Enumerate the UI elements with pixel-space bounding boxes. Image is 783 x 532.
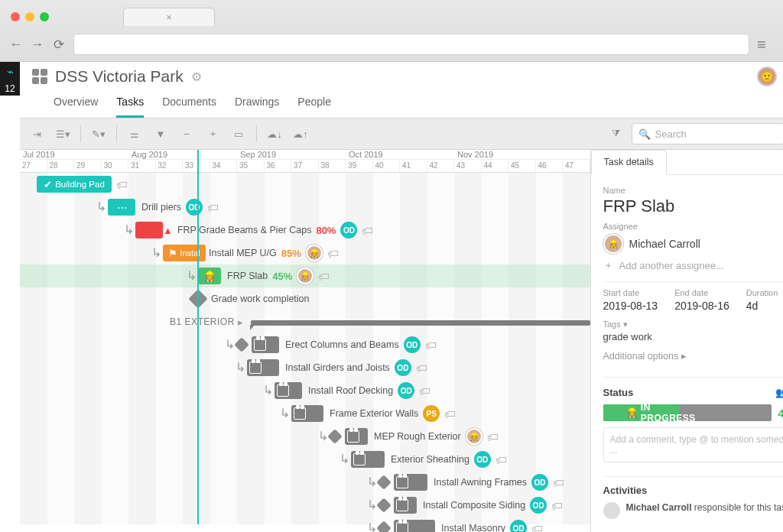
tag-icon: 🏷	[419, 384, 430, 397]
project-title: DSS Victoria Park	[55, 67, 184, 86]
comment-input[interactable]: Add a comment, type @ to mention someone…	[603, 427, 784, 462]
window-minimize[interactable]	[25, 12, 34, 21]
task-row[interactable]: ↳ Install Roof Decking OD 🏷	[20, 379, 590, 402]
gear-icon[interactable]: ⚙	[191, 70, 202, 84]
cloud-up-icon[interactable]: ☁↑	[290, 124, 311, 144]
task-row-selected[interactable]: ↳ 👷 FRP Slab 45% 👷 🏷	[20, 264, 590, 287]
tab-documents[interactable]: Documents	[162, 91, 216, 118]
name-label: Name	[603, 186, 784, 195]
activity-row: Michael Carroll responsible for this tas…	[603, 502, 784, 519]
section-bar	[251, 320, 590, 326]
tab-tasks[interactable]: Tasks	[116, 91, 144, 118]
tool-icon[interactable]: ✎▾	[88, 124, 109, 144]
section-row[interactable]: B1 EXTERIOR▸	[20, 310, 590, 333]
tab-drawings[interactable]: Drawings	[235, 91, 279, 118]
task-row[interactable]: ↳ Frame Exterior Walls PS 🏷	[20, 402, 590, 425]
tab-overview[interactable]: Overview	[54, 91, 98, 118]
assignee-row[interactable]: 👷 Michael Carroll	[603, 234, 784, 254]
search-input[interactable]: 🔍 Search	[632, 123, 784, 144]
activity-sidebar[interactable]: ⌁ 12	[0, 62, 20, 532]
tag-icon: 🏷	[553, 476, 564, 489]
back-icon[interactable]: ←	[9, 37, 23, 52]
progress-bar[interactable]: 👷 IN PROGRESS	[603, 404, 772, 421]
tag-icon: 🏷	[444, 407, 456, 420]
task-row[interactable]: ↳ Erect Columns and Beams OD 🏷	[20, 333, 590, 356]
tag-icon: 🏷	[495, 453, 507, 466]
today-line	[197, 150, 199, 524]
activity-avatar	[603, 502, 620, 519]
end-date[interactable]: End date2019-08-16	[674, 288, 729, 312]
reload-icon[interactable]: ⟳	[52, 37, 66, 53]
timeline-months: Jul 2019Aug 2019Sep 2019Oct 2019Nov 2019	[20, 150, 590, 159]
task-row[interactable]: ↳ Install Awning Frames OD 🏷	[20, 471, 590, 494]
people-icon[interactable]: 👥	[775, 387, 784, 398]
browser-tab[interactable]: ×	[123, 8, 215, 26]
task-row[interactable]: ↳ ▲ FRP Grade Beams & Pier Caps 80% OD 🏷	[20, 219, 590, 242]
start-date[interactable]: Start date2019-08-13	[603, 288, 658, 312]
tag-icon: 🏷	[425, 339, 437, 352]
forward-icon[interactable]: →	[31, 37, 44, 52]
collapse-left-icon[interactable]: ⇥	[26, 124, 47, 144]
nav-tabs: Overview Tasks Documents Drawings People…	[20, 91, 783, 118]
tag-icon: 🏷	[551, 499, 563, 512]
assignee-avatar: 👷	[306, 245, 323, 261]
gantt-chart[interactable]: Jul 2019Aug 2019Sep 2019Oct 2019Nov 2019…	[20, 150, 590, 532]
tag-icon: 🏷	[318, 270, 330, 283]
zoom-out-icon[interactable]: −	[176, 124, 197, 144]
task-row[interactable]: ↳ Exterior Sheathing OD 🏷	[20, 448, 590, 471]
status-label: Status	[603, 387, 634, 398]
close-icon[interactable]: ×	[166, 11, 172, 23]
sliders-icon[interactable]: ⚌	[124, 124, 145, 144]
task-name: FRP Slab	[603, 196, 784, 216]
zoom-in-icon[interactable]: ＋	[202, 124, 223, 144]
tag-icon: 🏷	[207, 201, 219, 214]
url-bar[interactable]	[73, 34, 749, 55]
fit-icon[interactable]: ▭	[228, 124, 249, 144]
tag-icon: 🏷	[362, 224, 373, 237]
task-row[interactable]: ↳ Install Girders and Joists OD 🏷	[20, 356, 590, 379]
detail-tab[interactable]: Task details	[591, 150, 667, 175]
cloud-down-icon[interactable]: ☁↓	[264, 124, 285, 144]
task-row[interactable]: ↳ Install Composite Siding OD 🏷	[20, 494, 590, 517]
assignee-avatar: 👷	[297, 268, 314, 284]
tags-row[interactable]: Tags ▾ grade work	[603, 320, 784, 342]
milestone-row[interactable]: Grade work completion	[20, 287, 590, 310]
tab-people[interactable]: People	[297, 91, 331, 118]
group-icon[interactable]: ☰▾	[52, 124, 73, 144]
window-close[interactable]	[11, 12, 20, 21]
task-row[interactable]: ↳ ⚑Instal Install MEP U/G 85% 👷 🏷	[20, 242, 590, 264]
progress-pct: 45 %	[778, 407, 783, 420]
apps-icon[interactable]	[32, 69, 47, 84]
duration[interactable]: Duration4d	[746, 288, 778, 312]
assignee-label: Assignee	[603, 222, 638, 231]
toolbar: ⇥ ☰▾ ✎▾ ⚌ ▼ − ＋ ▭ ☁↓ ☁↑ ⧩ 🔍 Search ⇤	[20, 118, 783, 150]
search-icon: 🔍	[638, 128, 651, 140]
activity-icon: ⌁	[0, 62, 20, 82]
menu-icon[interactable]: ≡	[757, 36, 774, 54]
task-row[interactable]: ↳ Install Masonry OD 🏷	[20, 517, 590, 532]
tag-icon: 🏷	[327, 247, 339, 260]
tag-icon: 🏷	[416, 362, 427, 375]
tag-icon: 🏷	[116, 178, 128, 191]
task-row[interactable]: ↳ ⋯ Drill piers OD 🏷	[20, 196, 590, 219]
add-assignee[interactable]: ＋Add another assignee...	[603, 258, 784, 272]
tag-icon: 🏷	[531, 522, 543, 533]
funnel-icon[interactable]: ⧩	[606, 124, 627, 144]
window-zoom[interactable]	[40, 12, 49, 21]
task-detail-panel: Task details 🖶 ✎ Name FRP Slab Assignee …	[590, 150, 784, 532]
additional-options[interactable]: Additional options ▸	[603, 350, 784, 362]
tag-icon: 🏷	[487, 430, 499, 443]
browser-chrome: × ← → ⟳ ≡	[0, 0, 783, 62]
task-bar-done: ✔Building Pad	[37, 176, 112, 193]
activity-count: 12	[0, 82, 20, 96]
assignee-chip: OD	[186, 199, 203, 216]
filter-icon[interactable]: ▼	[150, 124, 171, 144]
activities-label: Activities	[603, 485, 784, 496]
warning-icon: ▲	[163, 225, 173, 236]
task-row[interactable]: ↳ MEP Rough Exterior 👷 🏷	[20, 425, 590, 448]
task-row[interactable]: ✔Building Pad 🏷	[20, 173, 590, 196]
user-avatar[interactable]: 🙂	[757, 66, 777, 86]
timeline-weeks: 2728293031323334353637383940414243444546…	[20, 159, 590, 172]
